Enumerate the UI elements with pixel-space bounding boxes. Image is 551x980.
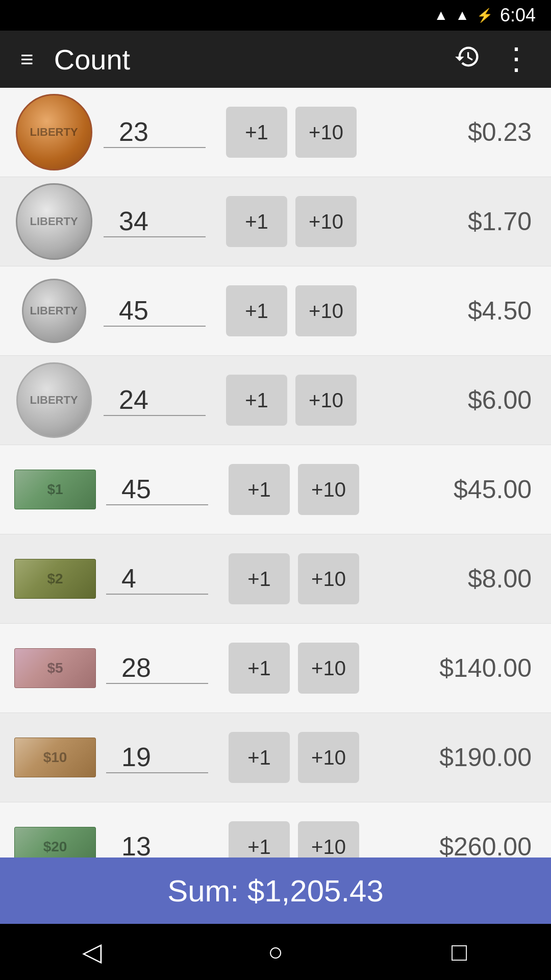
wifi-icon: ▲ <box>434 7 448 23</box>
menu-icon[interactable]: ≡ <box>20 48 34 70</box>
coin-image: LIBERTY <box>14 272 93 351</box>
count-value: 23 <box>104 116 206 148</box>
list-item: $5 28 +1 +10 $140.00 <box>0 624 551 713</box>
item-value: $45.00 <box>369 475 537 504</box>
status-time: 6:04 <box>500 5 536 26</box>
btn-group: +1 +10 <box>226 196 357 247</box>
status-bar: ▲ ▲ ⚡ 6:04 <box>0 0 551 31</box>
bill-image: $10 <box>14 738 96 777</box>
count-value: 4 <box>106 563 208 595</box>
btn-plus10[interactable]: +10 <box>298 732 359 783</box>
coin-face-label: LIBERTY <box>30 305 78 317</box>
btn-plus10[interactable]: +10 <box>298 553 359 604</box>
bill-label: $5 <box>47 660 63 676</box>
btn-plus1[interactable]: +1 <box>226 285 287 336</box>
coin-face-label: LIBERTY <box>30 394 78 406</box>
count-value: 34 <box>104 206 206 237</box>
recents-button[interactable]: □ <box>434 934 485 970</box>
coin-visual: LIBERTY <box>16 94 92 170</box>
btn-group: +1 +10 <box>226 285 357 336</box>
app-title: Count <box>54 43 454 76</box>
bill-image: $1 <box>14 470 96 509</box>
sum-bar: Sum: $1,205.43 <box>0 857 551 924</box>
btn-plus1[interactable]: +1 <box>229 821 290 857</box>
bill-label: $10 <box>43 749 67 766</box>
btn-group: +1 +10 <box>229 643 359 694</box>
count-value: 28 <box>106 652 208 684</box>
btn-group: +1 +10 <box>229 553 359 604</box>
item-value: $4.50 <box>367 296 537 326</box>
item-value: $1.70 <box>367 207 537 236</box>
btn-plus10[interactable]: +10 <box>295 285 357 336</box>
item-value: $260.00 <box>369 832 537 857</box>
home-button[interactable]: ○ <box>250 934 301 970</box>
btn-group: +1 +10 <box>226 107 357 158</box>
bill-label: $1 <box>47 481 63 498</box>
btn-plus10[interactable]: +10 <box>295 375 357 426</box>
item-value: $0.23 <box>367 117 537 147</box>
list-item: $20 13 +1 +10 $260.00 <box>0 802 551 857</box>
count-value: 24 <box>104 384 206 416</box>
btn-plus1[interactable]: +1 <box>229 464 290 515</box>
bill-image: $5 <box>14 648 96 688</box>
coin-image: LIBERTY <box>14 361 93 440</box>
list-item: LIBERTY 24 +1 +10 $6.00 <box>0 356 551 445</box>
btn-group: +1 +10 <box>226 375 357 426</box>
more-icon[interactable]: ⋮ <box>501 44 531 75</box>
coin-visual: LIBERTY <box>16 183 92 260</box>
list-item: LIBERTY 45 +1 +10 $4.50 <box>0 266 551 356</box>
count-value: 45 <box>106 474 208 505</box>
btn-plus10[interactable]: +10 <box>295 107 357 158</box>
coin-visual: LIBERTY <box>22 279 86 343</box>
nav-bar: ◁ ○ □ <box>0 924 551 980</box>
coin-visual: LIBERTY <box>16 362 92 438</box>
list-item: $2 4 +1 +10 $8.00 <box>0 534 551 624</box>
back-button[interactable]: ◁ <box>66 934 117 970</box>
count-value: 19 <box>106 742 208 773</box>
main-list: LIBERTY 23 +1 +10 $0.23 LIBERTY 34 +1 +1… <box>0 88 551 857</box>
signal-icon: ▲ <box>455 7 469 23</box>
item-value: $190.00 <box>369 743 537 772</box>
btn-plus1[interactable]: +1 <box>229 732 290 783</box>
count-value: 45 <box>104 295 206 327</box>
coin-image: LIBERTY <box>14 182 93 261</box>
btn-plus1[interactable]: +1 <box>229 553 290 604</box>
btn-plus1[interactable]: +1 <box>226 107 287 158</box>
btn-group: +1 +10 <box>229 464 359 515</box>
coin-face-label: LIBERTY <box>30 126 78 138</box>
btn-plus10[interactable]: +10 <box>298 464 359 515</box>
coin-image: LIBERTY <box>14 93 93 172</box>
item-value: $140.00 <box>369 653 537 683</box>
sum-text: Sum: $1,205.43 <box>167 873 384 909</box>
bill-label: $20 <box>43 839 67 855</box>
btn-plus1[interactable]: +1 <box>229 643 290 694</box>
history-icon[interactable] <box>454 43 481 76</box>
coin-face-label: LIBERTY <box>30 215 78 228</box>
list-item: $10 19 +1 +10 $190.00 <box>0 713 551 802</box>
btn-plus1[interactable]: +1 <box>226 196 287 247</box>
app-bar: ≡ Count ⋮ <box>0 31 551 88</box>
list-item: $1 45 +1 +10 $45.00 <box>0 445 551 534</box>
bill-image: $2 <box>14 559 96 599</box>
bill-image: $20 <box>14 827 96 857</box>
bill-label: $2 <box>47 571 63 587</box>
list-item: LIBERTY 23 +1 +10 $0.23 <box>0 88 551 177</box>
item-value: $6.00 <box>367 385 537 415</box>
btn-group: +1 +10 <box>229 732 359 783</box>
btn-plus10[interactable]: +10 <box>295 196 357 247</box>
btn-plus1[interactable]: +1 <box>226 375 287 426</box>
btn-plus10[interactable]: +10 <box>298 643 359 694</box>
btn-plus10[interactable]: +10 <box>298 821 359 857</box>
count-value: 13 <box>106 831 208 857</box>
item-value: $8.00 <box>369 564 537 594</box>
list-item: LIBERTY 34 +1 +10 $1.70 <box>0 177 551 266</box>
btn-group: +1 +10 <box>229 821 359 857</box>
battery-icon: ⚡ <box>477 8 493 23</box>
